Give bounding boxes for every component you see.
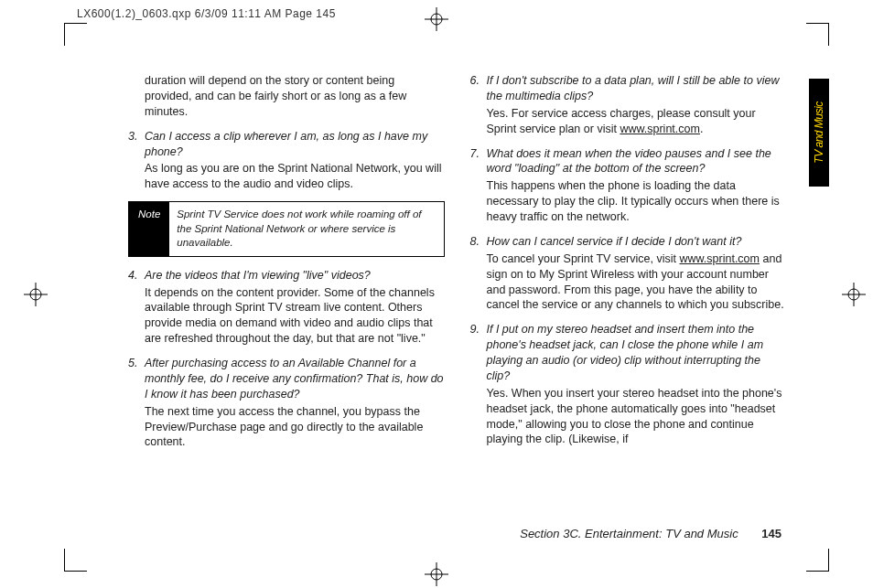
faq-question: What does it mean when the video pauses … (487, 146, 787, 177)
faq-item-8: 8. How can I cancel service if I decide … (470, 234, 787, 313)
faq-number: 8. (470, 234, 487, 250)
note-label: Note (129, 202, 169, 256)
registration-mark-left (24, 283, 48, 306)
faq-answer: Yes. For service access charges, please … (487, 106, 787, 137)
answer-text: . (700, 123, 703, 135)
faq-number: 3. (128, 129, 145, 144)
note-box: Note Sprint TV Service does not work whi… (128, 201, 445, 257)
faq-question: Can I access a clip wherever I am, as lo… (145, 129, 445, 160)
faq-question: After purchasing access to an Available … (145, 356, 445, 402)
note-text: Sprint TV Service does not work while ro… (169, 202, 443, 256)
crop-mark-top-left (64, 23, 87, 46)
faq-number: 9. (470, 322, 487, 337)
faq-item-6: 6. If I don't subscribe to a data plan, … (470, 73, 787, 137)
faq-item-3: 3. Can I access a clip wherever I am, as… (128, 129, 445, 193)
section-tab-label: TV and Music (813, 102, 825, 163)
faq-item-4: 4. Are the videos that I'm viewing "live… (128, 268, 445, 347)
faq-item-7: 7. What does it mean when the video paus… (470, 146, 787, 225)
faq-answer: The next time you access the channel, yo… (145, 404, 445, 451)
faq-answer: It depends on the content provider. Some… (145, 285, 445, 347)
link-sprint: www.sprint.com (679, 252, 760, 265)
faq-2-answer-continued: duration will depend on the story or con… (145, 73, 445, 120)
faq-question: If I don't subscribe to a data plan, wil… (487, 73, 787, 104)
page-content: duration will depend on the story or con… (128, 73, 786, 533)
column-right: 6. If I don't subscribe to a data plan, … (470, 73, 787, 533)
crop-mark-bottom-left (64, 549, 87, 572)
faq-item-9: 9. If I put on my stereo headset and ins… (470, 322, 787, 447)
faq-question: Are the videos that I'm viewing "live" v… (145, 268, 445, 283)
registration-mark-top (425, 7, 448, 31)
faq-number: 7. (470, 146, 487, 162)
faq-answer: This happens when the phone is loading t… (487, 178, 787, 225)
crop-mark-bottom-right (806, 549, 829, 572)
faq-number: 4. (128, 268, 145, 283)
crop-mark-top-right (806, 23, 829, 46)
registration-mark-right (842, 283, 866, 306)
faq-question: How can I cancel service if I decide I d… (487, 234, 787, 250)
faq-question: If I put on my stereo headset and insert… (487, 322, 787, 384)
faq-answer: To cancel your Sprint TV service, visit … (487, 251, 787, 314)
page-number: 145 (761, 527, 781, 540)
column-left: duration will depend on the story or con… (128, 73, 445, 533)
faq-number: 6. (470, 73, 487, 89)
answer-text: To cancel your Sprint TV service, visit (487, 252, 680, 265)
faq-answer: As long as you are on the Sprint Nationa… (145, 161, 445, 192)
section-title: Section 3C. Entertainment: TV and Music (520, 527, 738, 540)
faq-number: 5. (128, 356, 145, 371)
link-sprint: www.sprint.com (620, 123, 700, 135)
registration-mark-bottom (425, 562, 448, 586)
print-header: LX600(1.2)_0603.qxp 6/3/09 11:11 AM Page… (77, 7, 336, 20)
faq-item-5: 5. After purchasing access to an Availab… (128, 356, 445, 450)
section-tab: TV and Music (809, 79, 829, 187)
faq-answer: Yes. When you insert your stereo headset… (487, 386, 787, 448)
page-footer: Section 3C. Entertainment: TV and Music … (520, 527, 781, 540)
